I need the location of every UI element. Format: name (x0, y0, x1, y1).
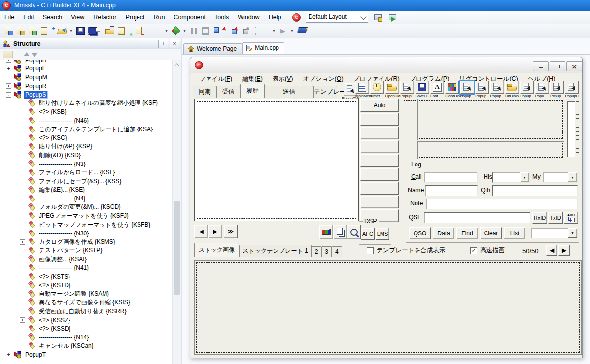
color-adjust-button[interactable] (319, 225, 333, 239)
toolbar-icon[interactable] (230, 26, 241, 36)
move-down-icon[interactable] (32, 53, 37, 57)
tree-item[interactable]: ----------------- {N41} (0, 264, 172, 272)
toolbar-icon[interactable] (104, 26, 115, 36)
tree-item[interactable]: + (0, 316, 172, 325)
tree-item[interactable]: - (0, 90, 172, 99)
tree-item[interactable]: 削除(&D) {KSD} (0, 151, 172, 160)
toolbar-icon[interactable] (170, 26, 181, 36)
stock-image-panel[interactable] (194, 260, 582, 355)
toolbar-icon[interactable] (242, 26, 252, 36)
composite-checkbox[interactable]: テンプレートを合成表示 (367, 246, 445, 255)
prev-image-button[interactable]: ◀ (194, 225, 208, 238)
menu-item[interactable]: Window (233, 11, 264, 24)
tree-item[interactable]: ----------------- {N46} (0, 116, 172, 125)
menu-item[interactable]: Tools (210, 11, 233, 24)
form-menu-item[interactable]: ファイル(F) (194, 73, 237, 85)
close-icon[interactable]: × (170, 40, 179, 48)
stock-slot-button[interactable] (360, 154, 399, 167)
menu-item[interactable]: Edit (19, 11, 38, 24)
tree-item[interactable]: + (0, 350, 172, 359)
tree-item[interactable]: ビットマップフォーマットを使う {KSFB} (0, 220, 172, 229)
pin-icon[interactable]: ⊥ (158, 40, 168, 48)
name-input[interactable] (425, 185, 478, 196)
menu-item[interactable]: Search (38, 11, 67, 24)
afc-button[interactable]: AFC (361, 228, 375, 240)
dropdown-icon[interactable]: ▼ (568, 172, 577, 182)
stock-tab[interactable]: 4 (332, 246, 342, 257)
nonvisual-component[interactable]: PopupC (565, 81, 580, 99)
chevron-down-icon[interactable] (359, 12, 368, 22)
lms-button[interactable]: LMS (376, 228, 389, 240)
scrollbar-thumb[interactable] (174, 201, 180, 295)
mode-tab[interactable]: テンプレート (313, 86, 337, 98)
tree-item[interactable]: <?> {KSTS} (0, 272, 172, 281)
nonvisual-component[interactable]: DirDialo (505, 81, 520, 99)
data-button[interactable]: Data (433, 227, 454, 239)
expand-toggle-icon[interactable]: + (20, 239, 25, 245)
stock-tab[interactable]: ストック画像 (194, 243, 239, 257)
qso-button[interactable]: QSO (409, 227, 431, 239)
nonvisual-component[interactable]: Popup (460, 81, 475, 99)
expand-toggle-icon[interactable]: + (6, 83, 11, 89)
maximize-button[interactable] (550, 61, 565, 71)
form-menu-item[interactable]: 編集(E) (237, 73, 268, 85)
tree-item[interactable]: ----------------- {N30} (0, 229, 172, 238)
toolbar-icon[interactable] (75, 26, 86, 36)
log-select-combo[interactable]: ▼ (531, 228, 578, 238)
toolbar-icon[interactable] (27, 26, 38, 36)
call-input[interactable] (424, 172, 478, 183)
tree-item[interactable]: ----------------- {N4} (0, 195, 172, 203)
expand-toggle-icon[interactable]: + (6, 66, 11, 71)
move-up-icon[interactable] (24, 52, 30, 56)
toolbar-icon[interactable] (182, 26, 187, 36)
toolbar-icon[interactable] (188, 26, 199, 36)
tree-item[interactable]: <?> {KSC} (0, 133, 172, 142)
tree-item[interactable]: 異なるサイズで画像を伸縮 {KSIS} (0, 298, 172, 307)
txid-button[interactable]: TxID (548, 212, 563, 224)
menu-item[interactable]: File (0, 11, 19, 24)
menu-item[interactable]: Project (121, 11, 149, 24)
nonvisual-component[interactable]: MainMenu (355, 81, 370, 99)
toolbar-icon[interactable] (271, 26, 277, 36)
stock-slot-button[interactable] (360, 168, 399, 181)
tree-item[interactable]: ファイルにセーブ(&S)... {KSS} (0, 177, 172, 186)
tree-item[interactable]: + (0, 237, 172, 246)
new-item-icon[interactable] (3, 51, 13, 58)
expand-toggle-icon[interactable]: + (20, 317, 25, 323)
toolbar-icon[interactable] (152, 26, 163, 36)
tab-main-cpp[interactable]: Main.cpp (242, 42, 284, 54)
mode-tab[interactable]: 同期 (193, 86, 216, 98)
expand-toggle-icon[interactable]: + (6, 352, 11, 357)
designed-form-window[interactable]: ファイル(F) 編集(E) 表示(V) オプション(O) プロファイル(R) プ… (190, 57, 583, 358)
toolbar-icon[interactable] (92, 26, 103, 36)
toolbar-icon[interactable] (45, 26, 56, 36)
nonvisual-component[interactable]: Font (430, 81, 445, 99)
tree-item[interactable]: <?> {KSSD} (0, 324, 172, 333)
nonvisual-component[interactable]: Popup (490, 81, 505, 99)
tree-item[interactable]: キャンセル {KSCan} (0, 342, 172, 351)
toolbar-icon[interactable] (289, 26, 295, 36)
structure-scrollbar[interactable] (172, 60, 181, 364)
toolbar-icon[interactable] (15, 26, 26, 36)
next-image-button[interactable]: ▶ (208, 225, 222, 238)
nonvisual-component[interactable]: PopupL (400, 81, 415, 99)
tree-item[interactable]: <?> {KSB} (0, 108, 172, 117)
list-button[interactable]: List (504, 227, 525, 239)
tree-item[interactable]: 自動マージン調整 {KSAM} (0, 290, 172, 298)
close-button[interactable] (566, 61, 582, 71)
menu-item[interactable]: Refactor (89, 11, 121, 24)
rxid-button[interactable]: RxID (532, 212, 547, 224)
spell-button[interactable]: ABC (564, 212, 578, 224)
scope-panel[interactable] (417, 141, 564, 159)
tree-item[interactable]: ファイルからロード... {KSL} (0, 168, 172, 177)
save-desktop-layout-icon[interactable] (373, 13, 383, 22)
fast-draw-checkbox[interactable]: ✓ 高速描画 (470, 246, 505, 255)
menu-item[interactable]: Component (169, 11, 210, 24)
tree-item[interactable]: 貼り付けサムネイルの高度な縮小処理 {KSF} (0, 99, 172, 108)
qsl-input[interactable] (424, 212, 530, 223)
dropdown-icon[interactable]: ▼ (568, 228, 577, 238)
nonvisual-component[interactable]: Popup (475, 81, 490, 99)
tree-item[interactable]: 編集(&E)... {KSE} (0, 186, 172, 195)
stock-slot-button[interactable] (360, 127, 399, 139)
tree-item[interactable]: テストパターン {KSTP} (0, 246, 172, 255)
